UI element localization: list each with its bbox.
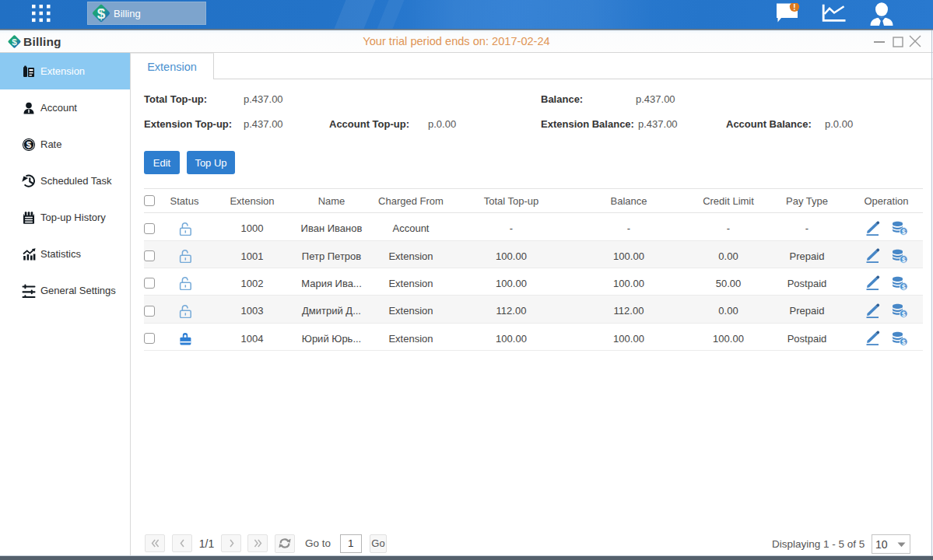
svg-text:!: ! [793,3,795,12]
svg-text:$: $ [26,140,32,149]
svg-text:$: $ [97,5,106,22]
